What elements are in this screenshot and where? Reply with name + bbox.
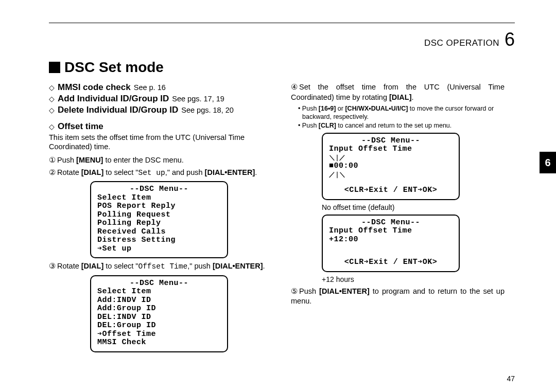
top-rule <box>49 23 515 23</box>
key-label: [DIAL•ENTER] <box>319 287 370 295</box>
blink-icon: ／｜＼ <box>329 171 344 179</box>
step-text: . <box>255 168 257 176</box>
lcd-line-cursor: ＼｜／ ■00:00 ／｜＼ <box>329 154 453 180</box>
page-header: DSC OPERATION 6 <box>424 29 515 50</box>
key-label: [16•9] <box>319 105 336 112</box>
lcd-line: Distress Setting <box>97 236 221 245</box>
see-ref: See p. 16 <box>134 83 166 92</box>
bullet-text: Push <box>302 105 319 112</box>
step-text: to select " <box>103 262 138 270</box>
key-label: [CH/WX•DUAL•U/I/C] <box>345 105 408 112</box>
lcd-line: DEL:Group ID <box>97 322 221 330</box>
page-number: 47 <box>507 375 515 383</box>
title-text: DSC Set mode <box>64 59 164 76</box>
step-text: ," push <box>187 262 213 270</box>
lcd-bottom-line: <CLR➔Exit / ENT➔OK> <box>329 186 453 195</box>
step-text: Push <box>57 156 76 164</box>
page-title: DSC Set mode <box>49 59 164 76</box>
step-number-icon: ③ <box>49 261 57 272</box>
key-label: [DIAL] <box>389 93 412 101</box>
lcd-line: Input Offset Time <box>329 145 453 154</box>
lcd-line: MMSI Check <box>97 338 221 347</box>
chapter-tab: 6 <box>540 152 556 173</box>
lcd-line: +12:00 <box>329 236 453 244</box>
step-text: Push <box>299 287 319 295</box>
lcd-value: ■00:00 <box>329 162 358 170</box>
lcd-line: ➔Offset Time <box>97 330 221 339</box>
subhead-mmsi: ◇ MMSI code check See p. 16 <box>49 82 281 93</box>
lcd-caption: +12 hours <box>322 275 505 283</box>
section-label: DSC OPERATION <box>424 38 499 48</box>
step-number-icon: ④ <box>291 82 299 93</box>
sub-bullet: • Push [CLR] to cancel and return to the… <box>298 121 505 130</box>
see-ref: See pgs. 17, 19 <box>172 95 224 103</box>
diamond-icon: ◇ <box>49 106 55 114</box>
lcd-caption: No offset time (default) <box>322 203 505 211</box>
subhead-label: Delete Individual ID/Group ID <box>58 105 178 115</box>
bullet-text: or <box>336 105 345 112</box>
menu-item: Set up <box>138 169 165 177</box>
lcd-line: DEL:INDV ID <box>97 313 221 322</box>
bullet-text: Push <box>302 122 319 129</box>
subhead-add-id: ◇ Add Individual ID/Group ID See pgs. 17… <box>49 94 281 104</box>
lcd-line: --DSC Menu-- <box>329 137 453 146</box>
sub-bullet: • Push [16•9] or [CH/WX•DUAL•U/I/C] to m… <box>298 104 505 121</box>
lcd-line: --DSC Menu-- <box>97 185 221 194</box>
bullet-text: to cancel and return to the set up menu. <box>336 122 451 129</box>
key-label: [DIAL] <box>81 168 104 176</box>
step-4: ④Set the offset time from the UTC (Unive… <box>291 82 505 102</box>
lcd-line: Polling Reply <box>97 219 221 228</box>
chapter-number: 6 <box>505 29 515 50</box>
lcd-line: Input Offset Time <box>329 227 453 236</box>
subhead-offset: ◇ Offset time <box>49 121 281 132</box>
diamond-icon: ◇ <box>49 95 55 103</box>
step-text: to enter the DSC menu. <box>103 156 183 164</box>
lcd-screen-4: --DSC Menu-- Input Offset Time +12:00 <C… <box>322 215 460 272</box>
blink-icon: ＼｜／ <box>329 154 344 162</box>
key-label: [MENU] <box>76 156 103 164</box>
step-text: ," and push <box>165 168 205 176</box>
lcd-line: Select Item <box>97 194 221 203</box>
lcd-line: ➔Set up <box>97 245 221 254</box>
key-label: [DIAL•ENTER] <box>213 262 263 270</box>
lcd-line: Add:Group ID <box>97 305 221 313</box>
right-column: ④Set the offset time from the UTC (Unive… <box>291 82 505 309</box>
lcd-screen-1: --DSC Menu-- Select Item POS Report Repl… <box>90 181 228 258</box>
subhead-label: Offset time <box>58 121 103 132</box>
step-1: ①Push [MENU] to enter the DSC menu. <box>49 155 281 166</box>
lcd-line: Add:INDV ID <box>97 296 221 305</box>
step-text: to select " <box>103 168 138 176</box>
step-5: ⑤Push [DIAL•ENTER] to program and to ret… <box>291 287 505 307</box>
lcd-screen-3: --DSC Menu-- Input Offset Time ＼｜／ ■00:0… <box>322 133 460 200</box>
key-label: [CLR] <box>319 122 336 129</box>
lcd-screen-2: --DSC Menu-- Select Item Add:INDV ID Add… <box>90 275 228 352</box>
lcd-line: --DSC Menu-- <box>329 219 453 227</box>
lcd-line: Select Item <box>97 288 221 296</box>
step-text: Rotate <box>57 262 81 270</box>
step-number-icon: ① <box>49 155 57 166</box>
step-2: ②Rotate [DIAL] to select "Set up," and p… <box>49 168 281 179</box>
see-ref: See pgs. 18, 20 <box>181 106 234 114</box>
offset-description: This item sets the offset time from the … <box>49 133 281 151</box>
left-column: ◇ MMSI code check See p. 16 ◇ Add Indivi… <box>49 82 281 355</box>
subhead-label: MMSI code check <box>58 82 131 93</box>
menu-item: Offset Time <box>138 262 187 271</box>
diamond-icon: ◇ <box>49 83 55 92</box>
subhead-label: Add Individual ID/Group ID <box>58 94 169 104</box>
lcd-line: --DSC Menu-- <box>97 279 221 288</box>
subhead-del-id: ◇ Delete Individual ID/Group ID See pgs.… <box>49 105 281 115</box>
lcd-line: Received Calls <box>97 228 221 237</box>
title-bullet-icon <box>49 62 60 73</box>
diamond-icon: ◇ <box>49 122 55 131</box>
lcd-line: Polling Request <box>97 211 221 220</box>
step-number-icon: ② <box>49 168 57 178</box>
step-text: . <box>263 262 265 270</box>
step-text: . <box>412 93 414 101</box>
lcd-bottom-line: <CLR➔Exit / ENT➔OK> <box>329 258 453 267</box>
key-label: [DIAL] <box>81 262 104 270</box>
lcd-line: POS Report Reply <box>97 202 221 211</box>
key-label: [DIAL•ENTER] <box>205 168 255 176</box>
step-3: ③Rotate [DIAL] to select "Offset Time," … <box>49 261 281 272</box>
step-number-icon: ⑤ <box>291 287 299 297</box>
step-text: Rotate <box>57 168 81 176</box>
